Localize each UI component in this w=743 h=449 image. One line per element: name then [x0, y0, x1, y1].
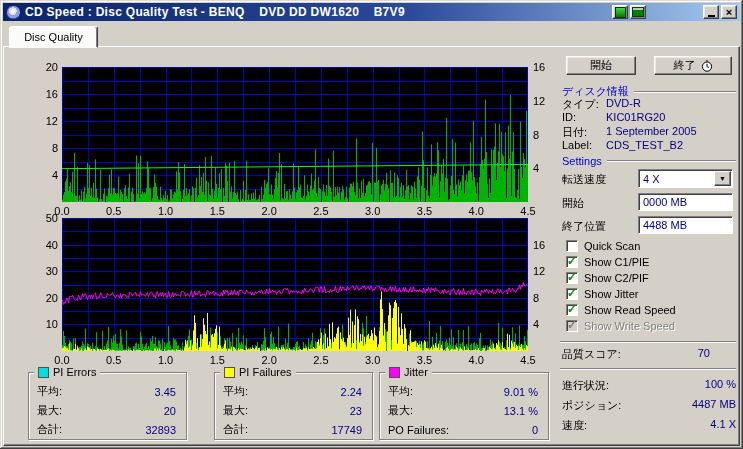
- start-mb-label: 開始: [562, 196, 584, 211]
- stat-label: PO Failures:: [388, 424, 449, 436]
- statbox-title: PI Failures: [239, 366, 292, 378]
- stat-label: 最大:: [223, 403, 248, 418]
- minimize-icon: [708, 15, 715, 17]
- speed-select-label: 転送速度: [562, 172, 606, 187]
- stat-row: 合計:17749: [215, 420, 372, 439]
- statbox-title: Jitter: [404, 366, 428, 378]
- checkbox-box: ✓: [566, 320, 578, 332]
- stat-row: 合計:32893: [29, 420, 186, 439]
- quality-score-label: 品質スコア:: [562, 347, 621, 362]
- stat-row: 平均:3.45: [29, 382, 186, 401]
- tab-disc-quality[interactable]: Disc Quality: [9, 26, 98, 48]
- position-label: ポジション:: [562, 398, 621, 413]
- stat-row: 平均:9.01 %: [380, 382, 548, 401]
- disc-info-value: CDS_TEST_B2: [606, 139, 683, 151]
- titlebar-window-buttons: ×: [703, 5, 737, 19]
- disc-info-value: 1 September 2005: [606, 125, 697, 140]
- progress-value: 100 %: [705, 378, 736, 393]
- checkbox-label: Show C1/PIE: [584, 256, 649, 268]
- divider-line: [634, 91, 736, 93]
- stat-label: 最大:: [37, 403, 62, 418]
- start-button[interactable]: 開始: [566, 56, 636, 75]
- pi-errors-color-marker: [38, 367, 49, 378]
- current-speed-label: 速度:: [562, 418, 587, 433]
- statbox-legend: PI Errors: [34, 365, 100, 379]
- check-icon: ✓: [567, 302, 577, 316]
- quality-score-row: 品質スコア: 70: [562, 347, 736, 362]
- checkbox-show-write-speed: ✓Show Write Speed: [566, 318, 736, 334]
- minimize-button[interactable]: [703, 5, 719, 19]
- checkbox-box[interactable]: ✓: [566, 256, 578, 268]
- titlebar-button-a[interactable]: [612, 5, 628, 19]
- stat-row: 平均:2.24: [215, 382, 372, 401]
- disc-info-label: Label:: [562, 139, 606, 151]
- app-window: CD Speed : Disc Quality Test - BENQ DVD …: [0, 0, 743, 449]
- right-panel: 開始 終了 ディスク情報 タイプ:DVD-RID:KIC01RG20日付:1 S…: [558, 46, 740, 444]
- close-button[interactable]: ×: [721, 5, 737, 19]
- divider-line: [560, 368, 736, 370]
- checkbox-quick-scan[interactable]: Quick Scan: [566, 238, 736, 254]
- titlebar: CD Speed : Disc Quality Test - BENQ DVD …: [3, 3, 740, 21]
- jitter-color-marker: [389, 367, 400, 378]
- end-position-field[interactable]: 4488 MB: [638, 216, 733, 234]
- end-position-label: 終了位置: [562, 219, 606, 234]
- checkbox-show-jitter[interactable]: ✓Show Jitter: [566, 286, 736, 302]
- exit-button[interactable]: 終了: [654, 56, 732, 75]
- pi-errors-statbox: PI Errors 平均:3.45最大:20合計:32893: [28, 372, 187, 440]
- quality-score-value: 70: [698, 347, 736, 362]
- stat-value: 32893: [145, 424, 176, 436]
- jitter-statbox: Jitter 平均:9.01 %最大:13.1 %PO Failures:0: [379, 372, 549, 440]
- disc-info-row: 日付:1 September 2005: [562, 125, 736, 140]
- stat-label: 最大:: [388, 403, 413, 418]
- stat-row: 最大:13.1 %: [380, 401, 548, 420]
- tab-label: Disc Quality: [24, 31, 83, 43]
- start-button-label: 開始: [590, 58, 612, 73]
- checkbox-box[interactable]: [566, 240, 578, 252]
- checkbox-box[interactable]: ✓: [566, 272, 578, 284]
- green-drive-icon: [632, 7, 644, 17]
- window-title: CD Speed : Disc Quality Test - BENQ DVD …: [25, 5, 405, 19]
- checkbox-label: Show Jitter: [584, 288, 638, 300]
- speed-select[interactable]: 4 X ▼: [638, 169, 733, 188]
- start-mb-field[interactable]: 0000 MB: [638, 193, 733, 211]
- checkbox-list: Quick Scan✓Show C1/PIE✓Show C2/PIF✓Show …: [566, 238, 736, 334]
- titlebar-tool-buttons: [612, 5, 646, 19]
- stat-value: 20: [164, 405, 176, 417]
- close-icon: ×: [726, 7, 732, 17]
- stat-label: 平均:: [388, 384, 413, 399]
- check-icon: ✓: [567, 318, 577, 332]
- stat-label: 合計:: [223, 422, 248, 437]
- current-speed-row: 速度: 4.1 X: [562, 418, 736, 433]
- stat-label: 平均:: [37, 384, 62, 399]
- divider-line: [560, 341, 736, 343]
- checkbox-box[interactable]: ✓: [566, 288, 578, 300]
- check-icon: ✓: [567, 270, 577, 284]
- checkbox-box[interactable]: ✓: [566, 304, 578, 316]
- settings-header-label: Settings: [562, 155, 602, 167]
- checkbox-label: Show C2/PIF: [584, 272, 649, 284]
- stat-row: PO Failures:0: [380, 420, 548, 439]
- stat-value: 2.24: [341, 386, 362, 398]
- stat-label: 合計:: [37, 422, 62, 437]
- start-mb-value: 0000 MB: [643, 196, 687, 208]
- pi-failures-color-marker: [224, 367, 235, 378]
- progress-label: 進行状況:: [562, 378, 609, 393]
- disc-info-label: タイプ:: [562, 97, 606, 112]
- stat-label: 平均:: [223, 384, 248, 399]
- check-icon: ✓: [567, 254, 577, 268]
- checkbox-show-c1-pie[interactable]: ✓Show C1/PIE: [566, 254, 736, 270]
- checkbox-label: Show Read Speed: [584, 304, 676, 316]
- chevron-down-icon: ▼: [719, 175, 726, 182]
- chart-pi-failures-jitter: [62, 218, 528, 351]
- statbox-title: PI Errors: [53, 366, 96, 378]
- disc-info-value: DVD-R: [606, 97, 641, 112]
- end-position-value: 4488 MB: [643, 219, 687, 231]
- divider-line: [607, 160, 736, 162]
- titlebar-button-b[interactable]: [630, 5, 646, 19]
- checkbox-show-c2-pif[interactable]: ✓Show C2/PIF: [566, 270, 736, 286]
- speed-select-value: 4 X: [643, 173, 660, 185]
- statbox-legend: PI Failures: [220, 365, 296, 379]
- checkbox-show-read-speed[interactable]: ✓Show Read Speed: [566, 302, 736, 318]
- combo-dropdown-button[interactable]: ▼: [714, 171, 731, 186]
- disc-info-row: タイプ:DVD-R: [562, 97, 736, 112]
